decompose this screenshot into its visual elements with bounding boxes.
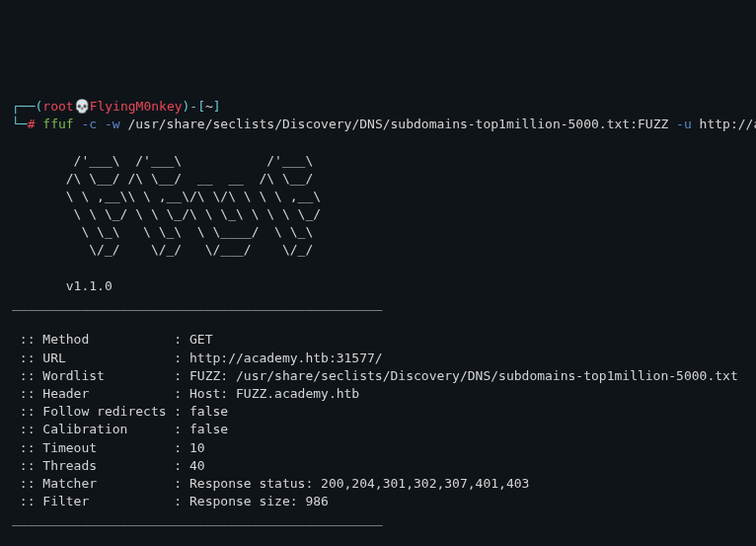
ascii-art-line: \ \ ,__\\ \ ,__\/\ \/\ \ \ \ ,__\ xyxy=(12,189,367,203)
ascii-art-line: \ \_\ \ \_\ \ \____/ \ \_\ xyxy=(12,224,367,239)
divider: ________________________________________… xyxy=(12,511,383,526)
command-flags: -c -w xyxy=(74,117,128,131)
prompt-hash: # xyxy=(28,117,36,131)
config-method: :: Method : GET xyxy=(12,332,213,347)
command-arg: /usr/share/seclists/Discovery/DNS/subdom… xyxy=(127,117,668,131)
prompt-decoration: ┌──( xyxy=(12,99,42,114)
ascii-art-line: \ \ \_/ \ \ \_/\ \ \_\ \ \ \ \_/ xyxy=(12,206,367,221)
config-wordlist: :: Wordlist : FUZZ: /usr/share/seclists/… xyxy=(12,368,738,383)
command-arg: http://academy.htb:31577/ xyxy=(700,117,756,131)
ascii-art-line: \/_/ \/_/ \/___/ \/_/ xyxy=(12,242,367,257)
config-url: :: URL : http://academy.htb:31577/ xyxy=(12,351,383,365)
config-calibration: :: Calibration : false xyxy=(12,422,228,436)
prompt-decoration: ] xyxy=(213,99,221,114)
version-text: v1.1.0 xyxy=(12,278,113,293)
divider: ________________________________________… xyxy=(12,296,383,311)
config-timeout: :: Timeout : 10 xyxy=(12,440,205,455)
command-binary: ffuf xyxy=(42,117,73,131)
ascii-art-line: /'___\ /'___\ /'___\ xyxy=(12,153,367,168)
config-header: :: Header : Host: FUZZ.academy.htb xyxy=(12,386,359,401)
command-line: └─# ffuf -c -w /usr/share/seclists/Disco… xyxy=(12,117,756,131)
config-threads: :: Threads : 40 xyxy=(12,458,205,473)
terminal-output[interactable]: ┌──(root💀FlyingM0nkey)-[~] └─# ffuf -c -… xyxy=(12,80,744,546)
prompt-decoration: └─ xyxy=(12,117,28,131)
hostname: FlyingM0nkey xyxy=(90,99,183,114)
user-name: root xyxy=(42,99,73,114)
config-filter: :: Filter : Response size: 986 xyxy=(12,494,329,508)
prompt-line-1: ┌──(root💀FlyingM0nkey)-[~] xyxy=(12,99,221,114)
config-matcher: :: Matcher : Response status: 200,204,30… xyxy=(12,476,529,491)
skull-icon: 💀 xyxy=(74,99,90,114)
prompt-decoration: )-[ xyxy=(183,99,205,114)
ascii-art-line: /\ \__/ /\ \__/ __ __ /\ \__/ xyxy=(12,171,367,186)
cwd-path: ~ xyxy=(205,99,213,114)
command-flags: -u xyxy=(668,117,699,131)
config-redirects: :: Follow redirects : false xyxy=(12,404,228,419)
